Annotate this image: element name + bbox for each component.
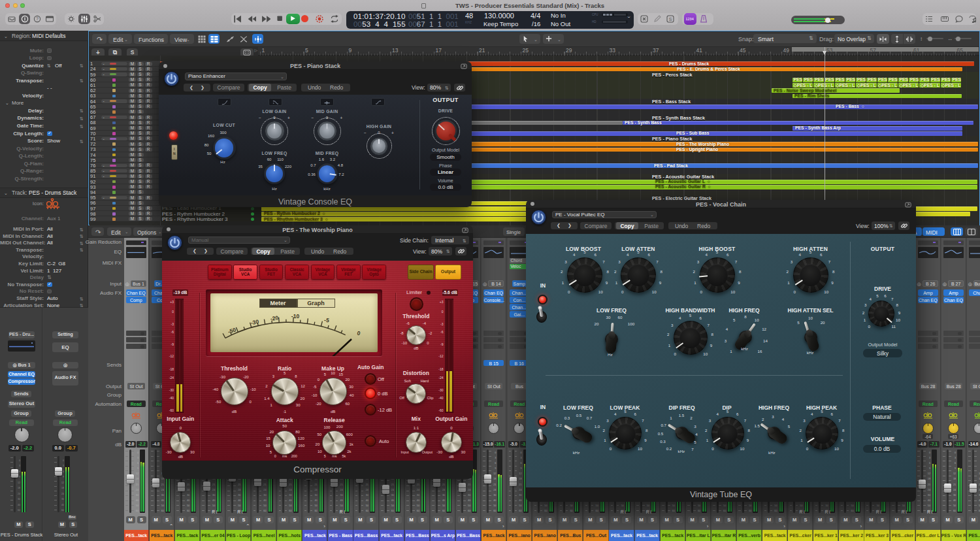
svg-text:?: ? [36,16,39,21]
svg-text:S: S [669,16,672,21]
